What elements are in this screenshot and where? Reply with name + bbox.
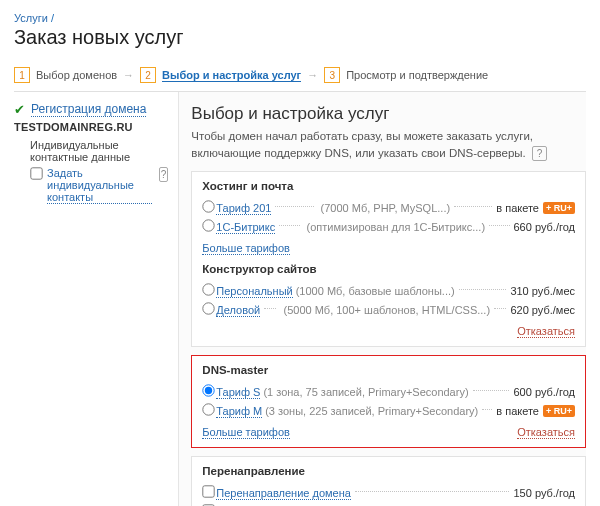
individual-contacts-label: Задать индивидуальные контакты — [47, 167, 152, 204]
builder-option[interactable]: Деловой (5000 Мб, 100+ шаблонов, HTML/CS… — [202, 300, 575, 319]
domain-registration-link[interactable]: Регистрация домена — [31, 102, 146, 117]
step-2-number: 2 — [140, 67, 156, 83]
dns-radio[interactable] — [203, 404, 215, 416]
wizard-steps: 1 Выбор доменов → 2 Выбор и настройка ус… — [14, 67, 586, 92]
option-desc: (5000 Мб, 100+ шаблонов, HTML/CSS...) — [283, 304, 490, 316]
more-tariffs-link[interactable]: Больше тарифов — [202, 426, 290, 439]
step-1-number: 1 — [14, 67, 30, 83]
decline-link[interactable]: Отказаться — [517, 325, 575, 338]
arrow-icon: → — [307, 69, 318, 81]
breadcrumb: Услуги / — [14, 12, 586, 24]
redirect-option[interactable]: Перенаправление домена 150 руб./год — [202, 483, 575, 502]
step-2-label[interactable]: Выбор и настройка услуг — [162, 69, 301, 82]
panel-hosting-builder: Хостинг и почта Тариф 201 (7000 Мб, PHP,… — [191, 171, 586, 347]
panel-title-builder: Конструктор сайтов — [202, 263, 575, 275]
panel-title-hosting: Хостинг и почта — [202, 180, 575, 192]
individual-contacts-checkbox[interactable] — [30, 167, 42, 179]
panel-dns: DNS-master Тариф S (1 зона, 75 записей, … — [191, 355, 586, 448]
option-name[interactable]: Перенаправление домена — [216, 487, 351, 500]
option-desc: (3 зоны, 225 записей, Primary+Secondary) — [265, 405, 478, 417]
step-3-label[interactable]: Просмотр и подтверждение — [346, 69, 488, 81]
section-intro: Чтобы домен начал работать сразу, вы мож… — [191, 128, 586, 161]
arrow-icon: → — [123, 69, 134, 81]
panel-title-dns: DNS-master — [202, 364, 575, 376]
contacts-heading: Индивидуальные контактные данные — [30, 139, 168, 163]
option-price: в пакете — [496, 405, 539, 417]
decline-link[interactable]: Отказаться — [517, 426, 575, 439]
individual-contacts-option[interactable]: Задать индивидуальные контакты ? — [30, 167, 168, 204]
ru-plus-badge: + RU+ — [543, 405, 575, 417]
option-price: 660 руб./год — [514, 221, 576, 233]
breadcrumb-sep: / — [51, 12, 54, 24]
builder-option[interactable]: Персональный (1000 Мб, базовые шаблоны..… — [202, 281, 575, 300]
panel-redirect: Перенаправление Перенаправление домена 1… — [191, 456, 586, 506]
option-price: 600 руб./год — [513, 386, 575, 398]
option-name[interactable]: Тариф S — [216, 386, 260, 399]
help-icon[interactable]: ? — [159, 167, 169, 182]
option-desc: (1000 Мб, базовые шаблоны...) — [296, 285, 455, 297]
option-desc: (7000 Мб, PHP, MySQL...) — [321, 202, 451, 214]
redirect-option[interactable]: Перенаправление почты 600 руб./год — [202, 502, 575, 506]
sidebar: ✔ Регистрация домена TESTDOMAINREG.RU Ин… — [14, 92, 179, 506]
ru-plus-badge: + RU+ — [543, 202, 575, 214]
step-3-number: 3 — [324, 67, 340, 83]
dns-option[interactable]: Тариф M (3 зоны, 225 записей, Primary+Se… — [202, 401, 575, 420]
redirect-checkbox[interactable] — [203, 486, 215, 498]
panel-title-redirect: Перенаправление — [202, 465, 575, 477]
step-1-label[interactable]: Выбор доменов — [36, 69, 117, 81]
option-price: 310 руб./мес — [510, 285, 575, 297]
option-name[interactable]: Деловой — [216, 304, 260, 317]
option-name[interactable]: Тариф M — [216, 405, 262, 418]
breadcrumb-root[interactable]: Услуги — [14, 12, 48, 24]
builder-radio[interactable] — [203, 303, 215, 315]
builder-radio[interactable] — [203, 284, 215, 296]
section-heading: Выбор и настройка услуг — [191, 104, 586, 124]
hosting-option[interactable]: Тариф 201 (7000 Мб, PHP, MySQL...) в пак… — [202, 198, 575, 217]
hosting-option[interactable]: 1С-Битрикс (оптимизирован для 1С-Битрикс… — [202, 217, 575, 236]
option-price: 150 руб./год — [513, 487, 575, 499]
more-tariffs-link[interactable]: Больше тарифов — [202, 242, 290, 255]
domain-registration-row: ✔ Регистрация домена — [14, 102, 168, 117]
domain-name: TESTDOMAINREG.RU — [14, 121, 168, 133]
option-name[interactable]: Персональный — [216, 285, 292, 298]
hosting-radio[interactable] — [203, 220, 215, 232]
main-content: Выбор и настройка услуг Чтобы домен нача… — [179, 92, 586, 506]
dns-option[interactable]: Тариф S (1 зона, 75 записей, Primary+Sec… — [202, 382, 575, 401]
option-name[interactable]: Тариф 201 — [216, 202, 271, 215]
hosting-radio[interactable] — [203, 201, 215, 213]
help-icon[interactable]: ? — [532, 146, 547, 161]
check-icon: ✔ — [14, 104, 26, 116]
page-title: Заказ новых услуг — [14, 26, 586, 49]
option-desc: (1 зона, 75 записей, Primary+Secondary) — [263, 386, 468, 398]
option-price: в пакете — [496, 202, 539, 214]
option-name[interactable]: 1С-Битрикс — [216, 221, 275, 234]
dns-radio[interactable] — [203, 385, 215, 397]
option-price: 620 руб./мес — [510, 304, 575, 316]
option-desc: (оптимизирован для 1С-Битрикс...) — [307, 221, 486, 233]
